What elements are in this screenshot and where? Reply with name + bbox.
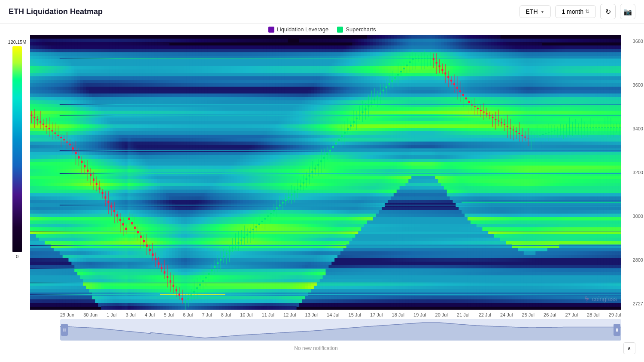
price-label-3200: 3200 [622,170,644,175]
time-label-4: 4 Jul [145,312,155,317]
chart-main: 3680 3600 3400 3200 3000 2800 2727 29 Ju… [30,35,644,341]
chart-legend: Liquidation Leverage Supercharts [0,24,644,35]
time-label-26: 29 Jul [609,312,621,317]
time-label-22: 25 Jul [522,312,535,317]
legend-item-liquidation: Liquidation Leverage [268,26,329,33]
time-dropdown[interactable]: 1 month ⇅ [555,5,596,18]
chevron-down-icon: ▼ [541,9,545,14]
time-label-3: 3 Jul [126,312,136,317]
time-label-7: 7 Jul [202,312,212,317]
time-label-5: 5 Jul [164,312,174,317]
page-header: ETH Liquidation Heatmap ETH ▼ 1 month ⇅ … [0,0,644,24]
scroll-handle-right[interactable]: ⏸ [614,324,620,336]
time-label-6: 6 Jul [183,312,193,317]
price-axis: 3680 3600 3400 3200 3000 2800 2727 [622,35,644,310]
heatmap-canvas [30,35,621,310]
price-label-3000: 3000 [622,214,644,219]
time-label-21: 24 Jul [500,312,513,317]
scale-bar [12,46,22,252]
time-label-8: 8 Jul [221,312,231,317]
refresh-button[interactable]: ↻ [600,4,616,19]
bottom-bar: No new notification ∧ [0,341,644,356]
time-label-19: 21 Jul [457,312,469,317]
time-label-16: 18 Jul [392,312,404,317]
scale-max-label: 120.15M [8,39,27,45]
refresh-icon: ↻ [605,8,611,16]
notification-text: No new notification [294,345,337,351]
time-label: 1 month [562,8,583,15]
legend-color-supercharts [337,27,343,33]
page-title: ETH Liquidation Heatmap [9,7,103,16]
asset-label: ETH [526,8,538,15]
chart-area: 120.15M 0 3680 3600 3400 3200 3000 2800 … [0,35,644,341]
time-label-0: 29 Jun [60,312,74,317]
time-label-13: 14 Jul [327,312,339,317]
spinner-icon: ⇅ [585,9,589,15]
price-label-3600: 3600 [622,82,644,87]
time-label-2: 1 Jul [106,312,116,317]
time-label-12: 13 Jul [305,312,318,317]
legend-color-liquidation [268,27,274,33]
legend-label-supercharts: Supercharts [346,26,376,33]
scroll-left-icon: ⏸ [62,328,67,332]
asset-dropdown[interactable]: ETH ▼ [519,5,551,18]
screenshot-button[interactable]: 📷 [620,4,635,19]
header-controls: ETH ▼ 1 month ⇅ ↻ 📷 [519,4,636,19]
legend-item-supercharts: Supercharts [337,26,376,33]
chevron-up-icon: ∧ [627,345,631,351]
scrollbar[interactable]: ⏸ ⏸ [60,319,621,341]
time-label-18: 20 Jul [435,312,448,317]
scroll-right-icon: ⏸ [615,328,619,332]
chart-row: 3680 3600 3400 3200 3000 2800 2727 [30,35,644,310]
time-label-9: 10 Jul [240,312,252,317]
scroll-handle-left[interactable]: ⏸ [61,324,68,336]
time-label-23: 26 Jul [544,312,556,317]
camera-icon: 📷 [623,8,632,16]
price-label-3680: 3680 [622,39,644,44]
time-label-10: 11 Jul [262,312,274,317]
time-label-25: 28 Jul [587,312,599,317]
collapse-button[interactable]: ∧ [623,342,635,354]
scale-min-label: 0 [16,254,18,259]
heatmap-canvas-container[interactable] [30,35,622,310]
price-label-2727: 2727 [622,301,644,306]
time-label-1: 30 Jun [83,312,97,317]
legend-label-liquidation: Liquidation Leverage [277,26,329,33]
time-axis: 29 Jun 30 Jun 1 Jul 3 Jul 4 Jul 5 Jul 6 … [30,310,621,319]
mini-chart [60,319,621,341]
time-label-20: 22 Jul [479,312,491,317]
time-label-15: 17 Jul [370,312,383,317]
price-label-3400: 3400 [622,126,644,131]
color-scale: 120.15M 0 [0,35,30,341]
time-label-17: 19 Jul [413,312,426,317]
time-label-14: 15 Jul [349,312,361,317]
time-label-24: 27 Jul [565,312,578,317]
time-label-11: 12 Jul [283,312,296,317]
price-label-2800: 2800 [622,257,644,262]
